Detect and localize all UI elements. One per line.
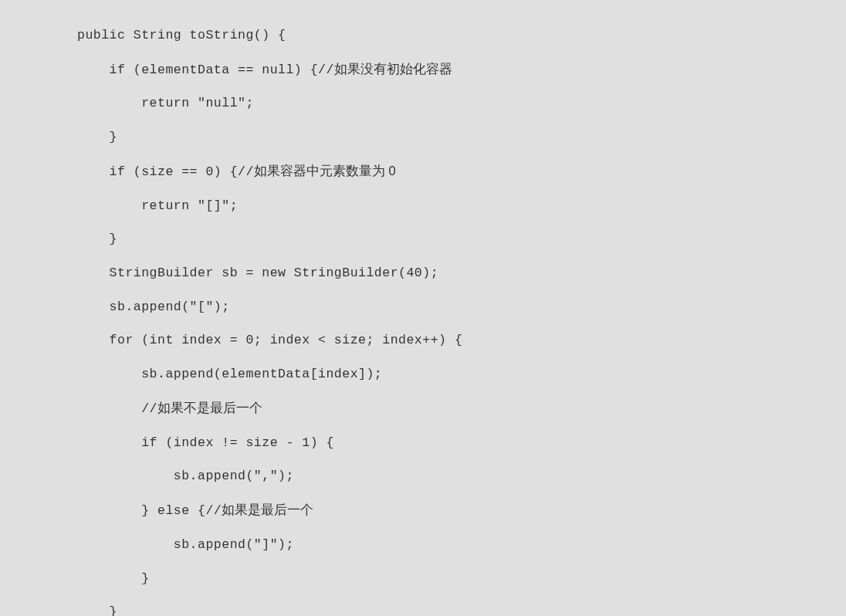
code-line: if (size == 0) {//如果容器中元素数量为 0 — [77, 154, 846, 189]
code-line: sb.append("["); — [77, 290, 846, 324]
code-line: return "null"; — [77, 86, 846, 120]
code-line: } — [77, 562, 846, 596]
code-line: } — [77, 120, 846, 154]
code-line: return "[]"; — [77, 189, 846, 223]
code-comment-cjk: 如果没有初始化容器 — [334, 62, 452, 76]
code-line: } — [77, 222, 846, 256]
code-line: for (int index = 0; index < size; index+… — [77, 323, 846, 357]
code-line: StringBuilder sb = new StringBuilder(40)… — [77, 256, 846, 290]
code-line: //如果不是最后一个 — [77, 391, 846, 426]
code-comment-cjk: 如果容器中元素数量为 0 — [254, 164, 396, 178]
code-line: } else {//如果是最后一个 — [77, 493, 846, 528]
code-block: public String toString() { if (elementDa… — [77, 19, 846, 616]
code-line: if (elementData == null) {//如果没有初始化容器 — [77, 52, 846, 87]
code-line: if (index != size - 1) { — [77, 426, 846, 460]
code-line: sb.append("]"); — [77, 528, 846, 562]
code-line: } — [77, 595, 846, 616]
code-line: sb.append(","); — [77, 459, 846, 493]
code-comment-cjk: 如果是最后一个 — [222, 503, 313, 516]
code-comment-cjk: 如果不是最后一个 — [157, 401, 262, 415]
code-line: public String toString() { — [77, 19, 846, 52]
code-line: sb.append(elementData[index]); — [77, 357, 846, 391]
